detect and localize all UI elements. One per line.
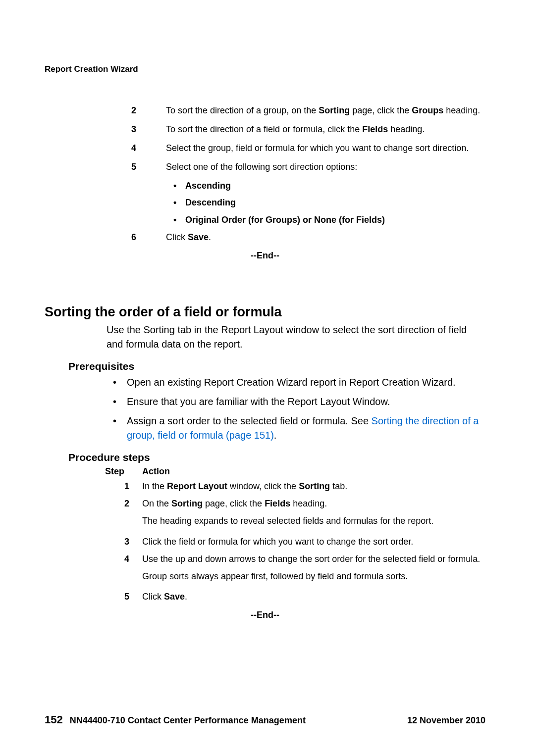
bullet-icon: • — [173, 196, 185, 210]
step-number — [111, 514, 142, 528]
end-marker-top: --End-- — [45, 251, 485, 261]
step-number — [111, 570, 142, 584]
col-action-label: Action — [142, 466, 170, 477]
step-row: 5Click Save. — [111, 590, 485, 604]
text-run: Select the group, field or formula for w… — [166, 143, 469, 153]
step-text: The heading expands to reveal selected f… — [142, 514, 433, 528]
prereq-text: Assign a sort order to the selected fiel… — [127, 414, 481, 443]
text-run: In the — [142, 481, 167, 491]
list-item: •Assign a sort order to the selected fie… — [113, 414, 481, 443]
step-row: Group sorts always appear first, followe… — [111, 570, 485, 584]
text-run: Ensure that you are familiar with the Re… — [127, 396, 390, 407]
text-run: Sorting — [299, 481, 330, 491]
step-number: 2 — [131, 104, 166, 118]
bullet-icon: • — [113, 375, 127, 390]
text-run: Group sorts always appear first, followe… — [142, 571, 408, 581]
text-run: . — [185, 592, 187, 602]
text-run: Select one of the following sort directi… — [166, 162, 357, 172]
breadcrumb: Report Creation Wizard — [45, 64, 485, 74]
text-run: page, click the — [203, 499, 265, 508]
list-item: •Descending — [173, 196, 485, 210]
footer-date: 12 November 2010 — [407, 715, 485, 726]
text-run: Groups — [412, 105, 443, 115]
text-run: Click — [166, 232, 188, 242]
step-row: The heading expands to reveal selected f… — [111, 514, 485, 528]
bullet-text: Descending — [185, 196, 236, 210]
text-run: Open an existing Report Creation Wizard … — [127, 377, 456, 388]
text-run: Fields — [265, 499, 290, 508]
step-row: 2On the Sorting page, click the Fields h… — [111, 497, 485, 511]
prereq-text: Ensure that you are familiar with the Re… — [127, 395, 390, 409]
step-row: 1In the Report Layout window, click the … — [111, 480, 485, 494]
text-run: Save — [164, 592, 185, 602]
text-run: Ascending — [185, 181, 231, 191]
step-number: 5 — [131, 160, 166, 174]
section-intro: Use the Sorting tab in the Report Layout… — [107, 323, 481, 352]
text-run: The heading expands to reveal selected f… — [142, 516, 433, 526]
bullet-icon: • — [173, 213, 185, 227]
bullet-text: Ascending — [185, 179, 231, 193]
bullet-icon: • — [113, 414, 127, 443]
text-run: window, click the — [227, 481, 299, 491]
step-number: 5 — [111, 590, 142, 604]
text-run: Save — [188, 232, 209, 242]
step-text: Click the field or formula for which you… — [142, 535, 413, 549]
text-run: Assign a sort order to the selected fiel… — [127, 415, 372, 426]
text-run: . — [209, 232, 211, 242]
text-run: Use the up and down arrows to change the… — [142, 554, 480, 564]
step-text: Group sorts always appear first, followe… — [142, 570, 408, 584]
prerequisites-list: •Open an existing Report Creation Wizard… — [113, 375, 481, 443]
step-row: 3Click the field or formula for which yo… — [111, 535, 485, 549]
step-text: Click Save. — [166, 231, 211, 245]
text-run: Fields — [362, 124, 388, 134]
sub-bullet-list: •Ascending•Descending•Original Order (fo… — [173, 179, 485, 228]
step-row: 3To sort the direction of a field or for… — [131, 123, 485, 137]
bullet-icon: • — [173, 179, 185, 193]
step-row: 4Use the up and down arrows to change th… — [111, 553, 485, 566]
step-text: Select the group, field or formula for w… — [166, 142, 469, 155]
top-steps-block: 2To sort the direction of a group, on th… — [131, 104, 485, 245]
text-run: On the — [142, 499, 171, 508]
step-row: 6Click Save. — [131, 231, 485, 245]
step-text: To sort the direction of a field or form… — [166, 123, 425, 137]
text-run: heading. — [443, 105, 480, 115]
list-item: •Ascending — [173, 179, 485, 193]
document-page: Report Creation Wizard 2To sort the dire… — [0, 0, 535, 756]
step-row: 2To sort the direction of a group, on th… — [131, 104, 485, 118]
text-run: tab. — [330, 481, 347, 491]
bullet-text: Original Order (for Groups) or None (for… — [185, 213, 385, 227]
text-run: Click — [142, 592, 164, 602]
step-number: 2 — [111, 497, 142, 511]
step-number: 4 — [131, 142, 166, 155]
step-number: 6 — [131, 231, 166, 245]
step-text: On the Sorting page, click the Fields he… — [142, 497, 327, 511]
step-text: Click Save. — [142, 590, 187, 604]
step-number: 3 — [111, 535, 142, 549]
text-run: Descending — [185, 198, 236, 207]
procedure-columns: Step Action — [105, 466, 485, 477]
col-step-label: Step — [105, 466, 142, 477]
page-number: 152 — [45, 713, 63, 726]
step-number: 1 — [111, 480, 142, 494]
procedure-heading: Procedure steps — [68, 452, 485, 463]
list-item: •Ensure that you are familiar with the R… — [113, 395, 481, 409]
bullet-icon: • — [113, 395, 127, 409]
footer-left: 152 NN44400-710 Contact Center Performan… — [45, 713, 306, 726]
step-text: In the Report Layout window, click the S… — [142, 480, 347, 494]
text-run: page, click the — [350, 105, 412, 115]
date-text: 12 November 2010 — [407, 715, 485, 725]
step-number: 3 — [131, 123, 166, 137]
prerequisites-heading: Prerequisites — [68, 360, 485, 372]
text-run: . — [274, 430, 277, 441]
text-run: To sort the direction of a group, on the — [166, 105, 319, 115]
prereq-text: Open an existing Report Creation Wizard … — [127, 375, 456, 390]
text-run: Click the field or formula for which you… — [142, 537, 413, 547]
document-id: NN44400-710 Contact Center Performance M… — [70, 715, 306, 726]
step-row: 5Select one of the following sort direct… — [131, 160, 485, 174]
step-number: 4 — [111, 553, 142, 566]
step-text: Select one of the following sort directi… — [166, 160, 357, 174]
text-run: Report Layout — [167, 481, 227, 491]
step-text: To sort the direction of a group, on the… — [166, 104, 480, 118]
procedure-steps-block: 1In the Report Layout window, click the … — [111, 480, 485, 604]
list-item: •Original Order (for Groups) or None (fo… — [173, 213, 485, 227]
